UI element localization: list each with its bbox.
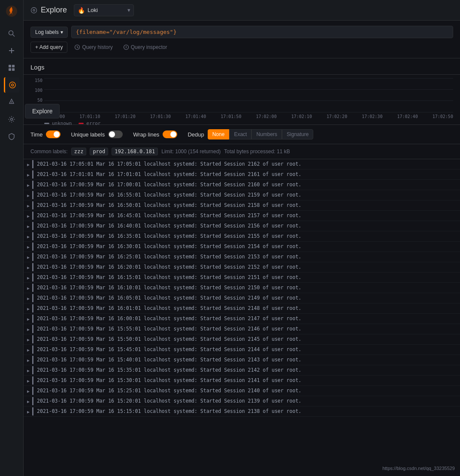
log-expand-icon[interactable]: ▶	[27, 356, 30, 364]
query-inspector-button[interactable]: Query inspector	[120, 42, 171, 52]
log-entry[interactable]: ▶ 2021-03-16 17:00:59 Mar 16 16:30:01 lo…	[24, 242, 460, 252]
log-expand-icon[interactable]: ▶	[27, 346, 30, 354]
chart-container: 150 100 50 0 17:01:00 17:01:10	[30, 78, 453, 121]
log-entry[interactable]: ▶ 2021-03-16 17:00:59 Mar 16 16:55:01 lo…	[24, 190, 460, 200]
app-logo[interactable]	[4, 3, 19, 19]
log-expand-icon[interactable]: ▶	[27, 304, 30, 312]
dedup-exact-button[interactable]: Exact	[229, 129, 251, 139]
log-entry[interactable]: ▶ 2021-03-16 17:00:59 Mar 16 16:40:01 lo…	[24, 221, 460, 231]
chart-grid	[44, 78, 453, 112]
dedup-numbers-button[interactable]: Numbers	[251, 129, 282, 139]
log-expand-icon[interactable]: ▶	[27, 263, 30, 271]
log-expand-icon[interactable]: ▶	[27, 407, 30, 415]
log-entry[interactable]: ▶ 2021-03-16 17:01:01 Mar 16 17:01:01 lo…	[24, 170, 460, 180]
log-text: 2021-03-16 17:00:59 Mar 16 15:15:01 loca…	[37, 407, 453, 415]
log-entry[interactable]: ▶ 2021-03-16 17:00:59 Mar 16 16:20:01 lo…	[24, 262, 460, 273]
sidebar-item-alerting[interactable]	[4, 94, 19, 110]
sidebar-item-config[interactable]	[4, 112, 19, 127]
log-entry[interactable]: ▶ 2021-03-16 17:00:59 Mar 16 15:35:01 lo…	[24, 365, 460, 376]
log-entry[interactable]: ▶ 2021-03-16 17:00:59 Mar 16 16:25:01 lo…	[24, 252, 460, 262]
log-expand-icon[interactable]: ▶	[27, 284, 30, 292]
log-text: 2021-03-16 17:00:59 Mar 16 15:25:01 loca…	[37, 387, 453, 394]
log-expand-icon[interactable]: ▶	[27, 366, 30, 374]
log-bar	[32, 253, 33, 261]
log-bar	[32, 387, 33, 395]
log-entry[interactable]: ▶ 2021-03-16 17:00:59 Mar 16 15:15:01 lo…	[24, 406, 460, 417]
log-expand-icon[interactable]: ▶	[27, 243, 30, 251]
log-text: 2021-03-16 17:00:59 Mar 16 16:55:01 loca…	[37, 191, 453, 199]
log-expand-icon[interactable]: ▶	[27, 376, 30, 385]
log-expand-icon[interactable]: ▶	[27, 335, 30, 343]
log-text: 2021-03-16 17:00:59 Mar 16 16:10:01 loca…	[37, 284, 453, 291]
log-expand-icon[interactable]: ▶	[27, 397, 30, 405]
wrap-lines-toggle[interactable]	[163, 130, 177, 138]
log-expand-icon[interactable]: ▶	[27, 170, 30, 179]
log-entry[interactable]: ▶ 2021-03-16 17:00:59 Mar 16 16:00:01 lo…	[24, 314, 460, 324]
dedup-signature-button[interactable]: Signature	[282, 129, 313, 139]
compass-icon	[30, 7, 37, 14]
log-entry[interactable]: ▶ 2021-03-16 17:05:01 Mar 16 17:05:01 lo…	[24, 159, 460, 170]
log-bar	[32, 160, 33, 168]
query-history-button[interactable]: Query history	[71, 42, 116, 52]
log-labels-button[interactable]: Log labels ▾	[30, 27, 68, 38]
log-entry[interactable]: ▶ 2021-03-16 17:00:59 Mar 16 16:35:01 lo…	[24, 231, 460, 242]
log-entry[interactable]: ▶ 2021-03-16 17:00:59 Mar 16 15:50:01 lo…	[24, 334, 460, 345]
log-bar	[32, 284, 33, 292]
sidebar-item-dashboards[interactable]	[4, 60, 19, 76]
log-entry[interactable]: ▶ 2021-03-16 17:00:59 Mar 16 15:20:01 lo…	[24, 396, 460, 406]
log-expand-icon[interactable]: ▶	[27, 315, 30, 323]
log-expand-icon[interactable]: ▶	[27, 294, 30, 302]
log-expand-icon[interactable]: ▶	[27, 160, 30, 168]
query-input[interactable]: {filename="/var/log/messages"}	[71, 26, 453, 38]
log-expand-icon[interactable]: ▶	[27, 325, 30, 333]
explore-tooltip: Explore	[25, 104, 60, 118]
log-text: 2021-03-16 17:05:01 Mar 16 17:05:01 loca…	[37, 160, 453, 168]
log-entry[interactable]: ▶ 2021-03-16 17:00:59 Mar 16 15:30:01 lo…	[24, 376, 460, 386]
log-expand-icon[interactable]: ▶	[27, 273, 30, 282]
time-toggle[interactable]	[46, 130, 61, 138]
dedup-none-button[interactable]: None	[208, 129, 230, 139]
svg-point-10	[11, 84, 13, 86]
history-icon	[74, 44, 80, 50]
log-bar	[32, 294, 33, 302]
log-entry[interactable]: ▶ 2021-03-16 17:00:59 Mar 16 16:05:01 lo…	[24, 293, 460, 303]
log-expand-icon[interactable]: ▶	[27, 212, 30, 220]
log-entry[interactable]: ▶ 2021-03-16 17:00:59 Mar 16 16:15:01 lo…	[24, 273, 460, 283]
log-expand-icon[interactable]: ▶	[27, 387, 30, 395]
log-entry[interactable]: ▶ 2021-03-16 17:00:59 Mar 16 15:55:01 lo…	[24, 324, 460, 334]
log-entry[interactable]: ▶ 2021-03-16 17:00:59 Mar 16 17:00:01 lo…	[24, 180, 460, 190]
log-entry[interactable]: ▶ 2021-03-16 17:00:59 Mar 16 15:45:01 lo…	[24, 345, 460, 355]
log-expand-icon[interactable]: ▶	[27, 191, 30, 199]
log-text: 2021-03-16 17:00:59 Mar 16 16:15:01 loca…	[37, 273, 453, 281]
svg-point-15	[33, 9, 35, 11]
log-entry[interactable]: ▶ 2021-03-16 17:00:59 Mar 16 16:10:01 lo…	[24, 283, 460, 293]
log-expand-icon[interactable]: ▶	[27, 222, 30, 230]
query-row: Log labels ▾ {filename="/var/log/message…	[30, 26, 453, 38]
log-entry[interactable]: ▶ 2021-03-16 17:00:59 Mar 16 15:25:01 lo…	[24, 386, 460, 396]
sidebar-item-search[interactable]	[4, 26, 19, 41]
svg-point-19	[126, 45, 126, 46]
sidebar-item-explore[interactable]	[4, 77, 19, 93]
sidebar-item-shield[interactable]	[4, 129, 19, 144]
log-entry[interactable]: ▶ 2021-03-16 17:00:59 Mar 16 15:40:01 lo…	[24, 355, 460, 365]
controls-row: Time Unique labels Wrap lines Dedup None…	[24, 125, 460, 144]
log-text: 2021-03-16 17:00:59 Mar 16 15:55:01 loca…	[37, 325, 453, 333]
log-entry[interactable]: ▶ 2021-03-16 17:00:59 Mar 16 16:45:01 lo…	[24, 211, 460, 221]
add-query-button[interactable]: + Add query	[30, 42, 67, 53]
datasource-selector[interactable]: 🔥 Loki ▾	[74, 4, 134, 16]
sidebar-item-add[interactable]	[4, 43, 19, 58]
log-entry[interactable]: ▶ 2021-03-16 17:00:59 Mar 16 16:50:01 lo…	[24, 200, 460, 211]
log-expand-icon[interactable]: ▶	[27, 181, 30, 189]
log-expand-icon[interactable]: ▶	[27, 232, 30, 240]
log-expand-icon[interactable]: ▶	[27, 201, 30, 209]
log-text: 2021-03-16 17:00:59 Mar 16 16:45:01 loca…	[37, 212, 453, 219]
datasource-button[interactable]: 🔥 Loki ▾	[74, 4, 134, 16]
log-entry[interactable]: ▶ 2021-03-16 17:00:59 Mar 16 16:01:01 lo…	[24, 303, 460, 314]
log-bar	[32, 243, 33, 251]
log-bar	[32, 325, 33, 333]
unique-labels-toggle[interactable]	[108, 130, 123, 138]
topbar: Explore 🔥 Loki ▾	[24, 0, 460, 21]
log-text: 2021-03-16 17:00:59 Mar 16 15:50:01 loca…	[37, 335, 453, 343]
log-expand-icon[interactable]: ▶	[27, 253, 30, 261]
chart-area: 150 100 50 0 17:01:00 17:01:10	[24, 75, 460, 125]
